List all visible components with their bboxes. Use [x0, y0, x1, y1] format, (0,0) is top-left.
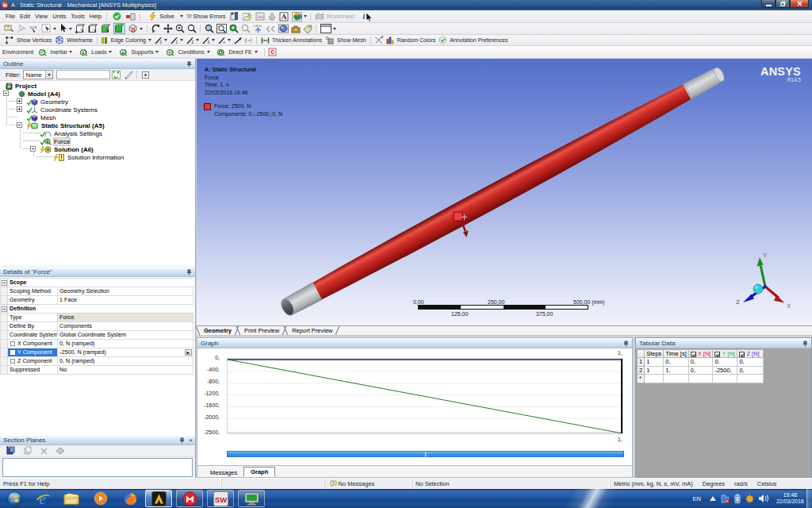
new-analysis-icon[interactable]: [230, 12, 239, 21]
tabular-cell[interactable]: 1,: [664, 366, 688, 375]
show-errors-button[interactable]: ?/ Show Errors: [186, 13, 226, 20]
triad-iso-ball[interactable]: [753, 284, 763, 294]
loads-button[interactable]: Loads: [91, 49, 106, 55]
tree-expander[interactable]: [30, 146, 36, 152]
tabular-row[interactable]: 110,0,0,0,: [638, 358, 764, 367]
edge-select-icon[interactable]: [88, 24, 98, 33]
conditions-button[interactable]: Conditions: [178, 49, 204, 55]
outline-header[interactable]: Outline: [0, 59, 195, 69]
commands-icon[interactable]: C: [268, 48, 277, 56]
chart-sphere-icon[interactable]: [292, 12, 302, 21]
show-mesh-button[interactable]: Show Mesh: [337, 37, 366, 43]
menu-help[interactable]: Help: [87, 13, 104, 20]
solve-button[interactable]: Solve: [159, 13, 174, 20]
z-component-checkbox[interactable]: [10, 359, 15, 364]
status-messages[interactable]: 0 No Messages: [324, 479, 412, 489]
zoom-icon[interactable]: [187, 24, 197, 33]
solidworks-app-icon[interactable]: SW: [213, 491, 228, 506]
beam-body[interactable]: [282, 64, 724, 318]
random-colors-button[interactable]: Random Colors: [397, 37, 436, 43]
probe-annotation-icon[interactable]: [374, 36, 384, 44]
direct-fe-caret[interactable]: [255, 51, 258, 53]
ansys-app-icon[interactable]: [151, 491, 167, 506]
tag-icon[interactable]: [303, 25, 312, 33]
edge-option-1-caret[interactable]: [180, 39, 183, 41]
tree-item-geometry[interactable]: Geometry: [0, 98, 195, 106]
show-vertices-button[interactable]: Show Vertices: [17, 37, 52, 43]
tab-messages[interactable]: Messages: [204, 468, 243, 477]
supports-caret[interactable]: [155, 51, 159, 53]
tree-item-mesh[interactable]: Mesh: [0, 114, 195, 121]
face-select-icon[interactable]: [101, 24, 111, 33]
details-header[interactable]: Details of "Force": [0, 267, 195, 277]
edge-direction-icon[interactable]: [234, 37, 243, 44]
pin-icon[interactable]: [802, 341, 808, 348]
filter-type-select[interactable]: Name: [23, 70, 53, 79]
y-column-checkbox[interactable]: [714, 352, 720, 357]
tabular-cell[interactable]: 0,: [664, 358, 688, 367]
graph-header[interactable]: Graph: [197, 338, 632, 348]
orientation-triad[interactable]: Y X Z: [733, 249, 797, 313]
tab-print-preview[interactable]: Print Preview: [239, 326, 284, 335]
monitor-app-icon[interactable]: [243, 491, 259, 506]
tree-expander[interactable]: [17, 122, 22, 128]
tree-expander[interactable]: [17, 106, 22, 112]
coordinates-pick-icon[interactable]: x,y,z: [29, 25, 39, 33]
select-cursor-icon[interactable]: [59, 24, 67, 33]
edge-coloring-caret[interactable]: [148, 39, 151, 41]
language-indicator[interactable]: EN: [693, 495, 701, 502]
direct-fe-icon[interactable]: [216, 48, 226, 57]
details-value[interactable]: Components: [58, 322, 193, 331]
close-panel-icon[interactable]: ×: [189, 437, 193, 444]
zoom-fit-icon[interactable]: [216, 24, 227, 33]
tabular-cell[interactable]: 0,: [737, 366, 764, 375]
tabular-cell[interactable]: [645, 375, 664, 383]
z-component-value[interactable]: 0, N (ramped): [58, 357, 193, 366]
col-time[interactable]: Time [s]: [664, 350, 688, 358]
explorer-folder-icon[interactable]: [63, 491, 79, 506]
filter-select-caret[interactable]: [45, 71, 52, 79]
tabular-cell[interactable]: [713, 375, 737, 383]
tabular-cell[interactable]: -2500,: [713, 366, 737, 375]
y-component-dropdown[interactable]: ▶: [185, 349, 192, 356]
annotation-preferences-icon[interactable]: [439, 36, 447, 44]
edge-option-1-icon[interactable]: 1: [170, 37, 178, 44]
y-component-checkbox[interactable]: [10, 350, 15, 355]
resume-icon[interactable]: [113, 12, 121, 21]
tabular-cell[interactable]: 0,: [688, 358, 713, 367]
firefox-icon[interactable]: [122, 491, 138, 506]
menu-units[interactable]: Units: [50, 13, 68, 20]
solve-icon[interactable]: [149, 12, 156, 21]
extend-selection-icon[interactable]: [128, 24, 138, 33]
viewport-3d[interactable]: A: Static Structural Force Time: 1, s 22…: [197, 59, 812, 325]
menu-view[interactable]: View: [33, 13, 50, 20]
archive-icon[interactable]: [291, 25, 301, 33]
filter-flip-icon[interactable]: [123, 70, 134, 80]
body-select-icon[interactable]: [113, 23, 125, 34]
show-vertices-icon[interactable]: [6, 37, 14, 44]
col-steps[interactable]: Steps: [645, 350, 664, 358]
inertial-icon[interactable]: [38, 48, 48, 57]
tree-expander[interactable]: [3, 90, 9, 96]
minimize-button[interactable]: [761, 0, 776, 8]
solve-dropdown-caret[interactable]: [180, 15, 183, 17]
edge-option-2-caret[interactable]: [196, 39, 199, 41]
tabular-cell[interactable]: 0,: [688, 366, 713, 375]
select-mode-caret[interactable]: [53, 28, 56, 30]
section-planes-list[interactable]: [2, 458, 193, 477]
new-section-plane-icon[interactable]: [6, 446, 16, 456]
tabular-row-new[interactable]: *: [638, 375, 764, 383]
show-desktop-button[interactable]: [806, 489, 812, 508]
edge-option-x-caret[interactable]: [228, 39, 231, 41]
col-z[interactable]: Z [N]: [737, 350, 764, 358]
extend-selection-caret[interactable]: [140, 28, 143, 30]
select-mode-icon[interactable]: [41, 24, 52, 33]
mega-app-icon[interactable]: [182, 491, 197, 506]
battery-icon[interactable]: [734, 494, 741, 503]
tabular-cell[interactable]: [688, 375, 713, 383]
edge-option-2-icon[interactable]: 2: [186, 37, 194, 44]
filter-refresh-icon[interactable]: [111, 70, 122, 80]
collapse-definition-icon[interactable]: [2, 306, 7, 312]
edge-coloring-icon[interactable]: [101, 37, 108, 44]
details-value[interactable]: 1 Face: [58, 296, 193, 305]
